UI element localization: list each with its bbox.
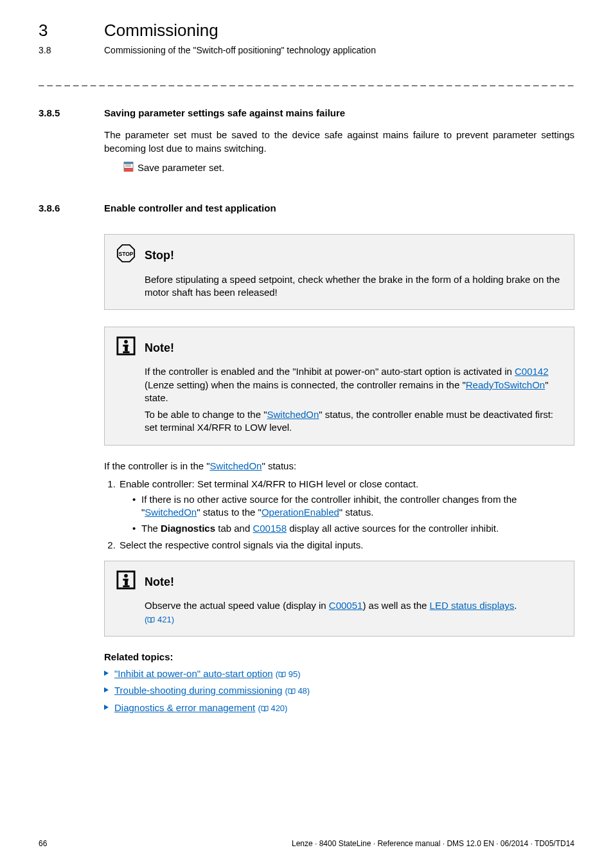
link-switchedon[interactable]: SwitchedOn [145, 507, 197, 518]
stop-callout: STOP Stop! Before stipulating a speed se… [104, 234, 574, 310]
link-readytoswitchon[interactable]: ReadyToSwitchOn [466, 379, 545, 390]
svg-rect-1 [124, 162, 133, 164]
subsection-number: 3.8.5 [39, 107, 104, 120]
svg-rect-4 [125, 166, 131, 167]
page-number: 66 [39, 838, 47, 849]
related-title: Related topics: [104, 651, 574, 664]
info-icon [116, 570, 136, 593]
list-item: "Inhibit at power-on" auto-start option … [104, 667, 574, 680]
callout-body: Observe the actual speed value (display … [145, 599, 562, 626]
list-item: The Diagnostics tab and C00158 display a… [132, 522, 574, 535]
section-title: Commissioning of the "Switch-off positio… [104, 44, 376, 57]
list-item: Diagnostics & error management ( 420) [104, 701, 574, 714]
link-c00142[interactable]: C00142 [515, 366, 549, 377]
svg-rect-11 [123, 352, 129, 354]
subsection-title: Saving parameter settings safe against m… [104, 107, 345, 120]
subsection-number: 3.8.6 [39, 202, 104, 215]
stop-icon: STOP [116, 244, 136, 266]
list-item: Enable controller: Set terminal X4/RFR t… [118, 478, 574, 535]
body-text: If the controller is in the "SwitchedOn"… [104, 460, 574, 473]
svg-point-8 [124, 340, 128, 344]
page-ref[interactable]: ( 95) [276, 669, 301, 679]
svg-point-13 [124, 574, 128, 578]
link-operationenabled[interactable]: OperationEnabled [262, 507, 339, 518]
callout-title: Stop! [145, 248, 174, 263]
divider: _ _ _ _ _ _ _ _ _ _ _ _ _ _ _ _ _ _ _ _ … [39, 75, 574, 87]
link-c00051[interactable]: C00051 [329, 600, 363, 611]
chapter-number: 3 [39, 19, 104, 42]
svg-text:STOP: STOP [119, 251, 134, 257]
link-related[interactable]: "Inhibit at power-on" auto-start option [114, 668, 273, 679]
list-item: Trouble-shooting during commissioning ( … [104, 684, 574, 697]
note-callout: Note! If the controller is enabled and t… [104, 327, 574, 446]
note-callout: Note! Observe the actual speed value (di… [104, 561, 574, 637]
link-related[interactable]: Diagnostics & error management [114, 702, 255, 713]
svg-rect-16 [123, 586, 129, 588]
svg-rect-2 [124, 168, 133, 172]
page-ref[interactable]: ( 420) [258, 703, 287, 713]
info-icon [116, 336, 136, 359]
save-icon [123, 161, 138, 175]
footer-info: Lenze · 8400 StateLine · Reference manua… [292, 838, 574, 849]
subsection-title: Enable controller and test application [104, 202, 276, 215]
section-number: 3.8 [39, 44, 104, 57]
link-switchedon[interactable]: SwitchedOn [210, 460, 262, 471]
svg-rect-3 [125, 165, 131, 165]
list-item: Select the respective control signals vi… [118, 539, 574, 552]
steps-list: Enable controller: Set terminal X4/RFR t… [104, 478, 574, 552]
link-switchedon[interactable]: SwitchedOn [267, 409, 319, 420]
chapter-title: Commissioning [104, 19, 218, 42]
list-item: If there is no other active source for t… [132, 493, 574, 520]
callout-body: Before stipulating a speed setpoint, che… [145, 273, 562, 300]
link-c00158[interactable]: C00158 [253, 523, 287, 534]
callout-body: If the controller is enabled and the "In… [145, 365, 562, 404]
related-list: "Inhibit at power-on" auto-start option … [104, 667, 574, 714]
svg-rect-15 [125, 579, 128, 585]
callout-title: Note! [145, 574, 174, 590]
svg-rect-10 [125, 345, 128, 351]
page-ref[interactable]: ( 421) [145, 615, 174, 624]
link-led-status[interactable]: LED status displays [430, 600, 515, 611]
callout-title: Note! [145, 340, 174, 356]
link-related[interactable]: Trouble-shooting during commissioning [114, 685, 282, 696]
save-label: Save parameter set. [138, 161, 224, 174]
callout-body: To be able to change to the "SwitchedOn"… [145, 408, 562, 435]
body-text: The parameter set must be saved to the d… [104, 129, 574, 155]
page-ref[interactable]: ( 48) [285, 686, 310, 696]
